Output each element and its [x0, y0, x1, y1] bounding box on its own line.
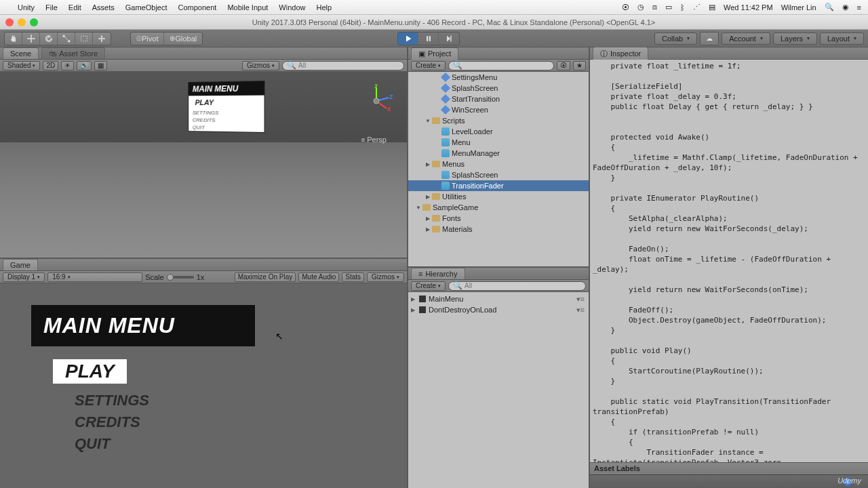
hierarchy-item[interactable]: ▶DontDestroyOnLoad▾≡	[408, 304, 589, 315]
status-bluetooth-icon[interactable]: ᛒ	[680, 3, 685, 12]
status-time-machine-icon[interactable]: ◷	[637, 3, 644, 12]
hand-tool[interactable]	[5, 33, 22, 45]
project-create-dropdown[interactable]: Create	[411, 61, 446, 70]
status-siri-icon[interactable]: ◉	[842, 3, 849, 12]
menu-edit[interactable]: Edit	[68, 3, 81, 12]
project-save-icon[interactable]: ★	[573, 61, 586, 70]
hierarchy-item[interactable]: ▶MainMenu▾≡	[408, 293, 589, 304]
game-menu-credits[interactable]: CREDITS	[75, 413, 140, 431]
status-user[interactable]: Wilmer Lin	[781, 3, 816, 12]
play-button[interactable]	[398, 33, 418, 45]
pivot-toggle[interactable]: ⦾ Pivot	[131, 33, 164, 45]
menu-mobile-input[interactable]: Mobile Input	[227, 3, 268, 12]
rotate-tool[interactable]	[40, 33, 58, 45]
pause-button[interactable]	[418, 33, 439, 45]
scene-search[interactable]: 🔍	[282, 61, 404, 70]
inspector-code-preview[interactable]: private float _lifetime = 1f; [Serialize…	[590, 60, 868, 462]
project-item[interactable]: ▼Scripts	[408, 115, 589, 126]
move-tool[interactable]	[22, 33, 40, 45]
tab-asset-store[interactable]: 🛍 Asset Store	[41, 47, 105, 59]
status-notifications-icon[interactable]: ≡	[857, 3, 861, 12]
game-scale-slider[interactable]	[167, 276, 194, 279]
tab-scene[interactable]: Scene	[3, 47, 39, 59]
project-tree[interactable]: SettingsMenuSplashScreenStartTransitionW…	[408, 72, 589, 266]
tab-inspector[interactable]: ⓘ Inspector	[593, 47, 648, 60]
project-item[interactable]: SettingsMenu	[408, 72, 589, 83]
scene-view[interactable]: MAIN MENU PLAY SETTINGS CREDITS QUIT y z…	[0, 72, 407, 258]
status-dropbox-icon[interactable]: ⧈	[652, 3, 657, 12]
macos-menubar: Unity File Edit Assets GameObject Compon…	[0, 0, 868, 15]
scene-shading-dropdown[interactable]: Shaded	[3, 61, 40, 70]
game-display-dropdown[interactable]: Display 1	[3, 272, 45, 282]
asset-labels-header[interactable]: Asset Labels	[590, 462, 868, 474]
window-maximize-button[interactable]	[30, 18, 38, 26]
menu-file[interactable]: File	[45, 3, 58, 12]
project-item[interactable]: TransitionFader	[408, 180, 589, 191]
project-item[interactable]: WinScreen	[408, 104, 589, 115]
window-minimize-button[interactable]	[18, 18, 26, 26]
project-item[interactable]: SplashScreen	[408, 83, 589, 94]
game-maximize-toggle[interactable]: Maximize On Play	[235, 272, 296, 282]
project-search[interactable]: 🔍	[448, 61, 554, 70]
rect-tool[interactable]	[75, 33, 93, 45]
cloud-button[interactable]: ☁	[701, 33, 718, 45]
project-item[interactable]: MenuManager	[408, 148, 589, 159]
scene-2d-toggle[interactable]: 2D	[43, 61, 58, 70]
scene-orientation-gizmo[interactable]: y z x	[359, 84, 393, 118]
project-item[interactable]: ▶Fonts	[408, 213, 589, 224]
menu-help[interactable]: Help	[316, 3, 332, 12]
scene-audio-icon[interactable]: 🔊	[77, 61, 92, 70]
prefab-icon	[441, 94, 450, 104]
project-item-label: Menus	[442, 160, 465, 168]
game-view[interactable]: MAIN MENU PLAY SETTINGS CREDITS QUIT ↖	[0, 283, 407, 488]
tab-project[interactable]: ▣ Project	[411, 47, 458, 60]
status-screenrec-icon[interactable]: ⦿	[622, 3, 629, 12]
transform-tool[interactable]	[93, 33, 111, 45]
game-menu-quit[interactable]: QUIT	[75, 435, 111, 453]
hierarchy-search[interactable]: 🔍	[448, 281, 586, 291]
global-toggle[interactable]: ⊕ Global	[164, 33, 202, 45]
project-item[interactable]: Menu	[408, 137, 589, 148]
game-menu-play[interactable]: PLAY	[53, 359, 127, 384]
scene-gizmos-dropdown[interactable]: Gizmos	[242, 61, 279, 70]
project-item[interactable]: ▶Menus	[408, 159, 589, 169]
game-menu-settings[interactable]: SETTINGS	[75, 392, 149, 409]
menu-unity[interactable]: Unity	[18, 3, 35, 12]
project-item[interactable]: LevelLoader	[408, 126, 589, 137]
scene-fx-icon[interactable]: ▦	[94, 61, 107, 70]
project-filter-icon[interactable]: ⦿	[557, 61, 570, 70]
tab-hierarchy[interactable]: ≡ Hierarchy	[411, 268, 465, 279]
menu-window[interactable]: Window	[279, 3, 305, 12]
menu-component[interactable]: Component	[178, 3, 217, 12]
scale-tool[interactable]	[58, 33, 75, 45]
status-flag-icon[interactable]: ▤	[709, 3, 715, 12]
project-item[interactable]: StartTransition	[408, 94, 589, 104]
tab-game[interactable]: Game	[3, 259, 38, 270]
collab-dropdown[interactable]: Collab	[654, 33, 697, 45]
status-clock[interactable]: Wed 11:42 PM	[724, 3, 773, 12]
status-display-icon[interactable]: ▭	[665, 3, 672, 12]
hierarchy-create-dropdown[interactable]: Create	[411, 281, 446, 291]
transform-tools	[4, 32, 111, 45]
unity-toolbar: ⦾ Pivot ⊕ Global Collab ☁ Account Layers…	[0, 30, 868, 47]
game-aspect-dropdown[interactable]: 16:9	[47, 272, 142, 282]
account-dropdown[interactable]: Account	[722, 33, 770, 45]
project-item[interactable]: ▶Materials	[408, 224, 589, 235]
folder-icon	[432, 193, 440, 200]
project-item[interactable]: ▼SampleGame	[408, 202, 589, 213]
menu-assets[interactable]: Assets	[92, 3, 115, 12]
status-wifi-icon[interactable]: ⋰	[693, 3, 701, 12]
project-item[interactable]: ▶Utilities	[408, 191, 589, 202]
window-close-button[interactable]	[5, 18, 14, 26]
layout-dropdown[interactable]: Layout	[820, 33, 864, 45]
game-gizmos-dropdown[interactable]: Gizmos	[367, 272, 404, 282]
hierarchy-tree[interactable]: ▶MainMenu▾≡▶DontDestroyOnLoad▾≡	[408, 292, 589, 488]
step-button[interactable]	[439, 33, 459, 45]
status-spotlight-icon[interactable]: 🔍	[825, 3, 834, 12]
layers-dropdown[interactable]: Layers	[773, 33, 817, 45]
game-mute-toggle[interactable]: Mute Audio	[298, 272, 339, 282]
scene-light-icon[interactable]: ☀	[61, 61, 74, 70]
project-item[interactable]: SplashScreen	[408, 169, 589, 180]
menu-gameobject[interactable]: GameObject	[125, 3, 167, 12]
game-stats-toggle[interactable]: Stats	[342, 272, 364, 282]
